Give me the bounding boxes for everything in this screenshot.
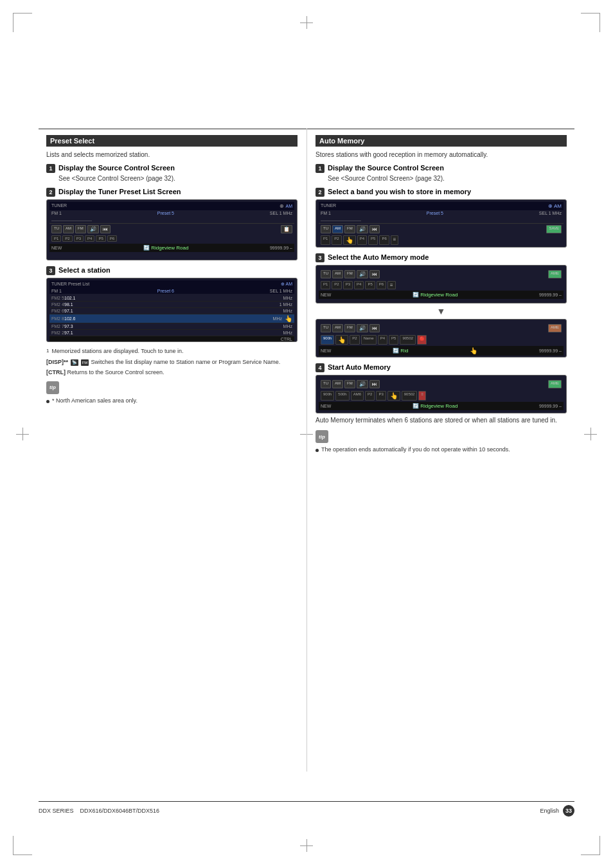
s3-px[interactable]: ≡ [387,281,396,289]
s4-fm-btn[interactable]: FM [344,380,355,388]
note-item-1: 1 Memorized stations are displayed. Touc… [46,347,298,356]
s3-tu-btn[interactable]: TU [321,270,331,278]
tu-btn[interactable]: TU [51,225,62,233]
auto-p5[interactable]: P5 [368,235,378,245]
plist-preset: Preset 6 [157,289,174,293]
plist-item-3[interactable]: FM2 6 97.1 MHz [49,308,294,314]
s3-am-btn[interactable]: AM [332,270,343,278]
s3-save-btn[interactable]: AME [548,270,562,278]
preset-select-desc: Lists and selects memorized station. [46,150,298,159]
prev-btn[interactable]: ⏮ [100,225,111,233]
auto-prev-btn[interactable]: ⏮ [369,225,380,233]
auto-mode-screen-2: TU AM FM 🔊 ⏮ AME 900h 👆 P2 Name P4 [315,319,567,357]
s3-p6[interactable]: P6 [377,281,386,289]
footer: DDX SERIES DDX616/DDX6046BT/DDX516 Engli… [39,801,574,817]
preset-p1[interactable]: P1 [51,235,61,242]
plist-item-5[interactable]: FM2 7 97.3 MHz [49,323,294,330]
auto-p3[interactable]: 👆 [343,235,356,245]
extra-btn[interactable]: 📋 [281,225,292,233]
am-step-title-1: Display the Source Control Screen [328,163,444,172]
tip-section-left: tip [46,381,298,396]
plist-item-2[interactable]: FM2 4 98.1 1 MHz [49,302,294,308]
vertical-divider [306,129,307,772]
tip-note-right: The operation ends automatically if you … [315,446,567,453]
s4-p6[interactable]: 👆 [387,391,400,401]
s3-prev-btn[interactable]: ⏮ [369,270,380,278]
am-step-number-1: 1 [315,164,324,173]
corner-mark-tl [13,13,32,32]
s3b-p1[interactable]: 900h [321,335,334,345]
plist-item-4[interactable]: FM2 8 102.6 MHz 👆 [49,314,294,323]
tip-icon-left: tip [46,381,59,394]
s4-am-btn[interactable]: AM [332,380,343,388]
auto-mode-screen-1: TU AM FM 🔊 ⏮ AME P1 P2 P3 P4 P5 [315,265,567,303]
s4-station: 🔄 Ridgeview Road [413,403,458,409]
auto-memory-header: Auto Memory [315,135,567,147]
auto-p2[interactable]: P2 [332,235,341,245]
s3b-am-btn[interactable]: AM [332,324,343,332]
auto-fm-btn[interactable]: FM [344,225,355,233]
fm-btn[interactable]: FM [75,225,86,233]
page-number: 33 [563,805,574,817]
preset-p4[interactable]: P4 [85,235,94,242]
s3-p1[interactable]: P1 [321,281,330,289]
s3-freq: 99999.99 – [539,293,562,297]
tuner-icons: ⊕ AM [280,203,292,209]
s3b-p4[interactable]: P4 [378,335,387,345]
s3-fm-btn[interactable]: FM [344,270,355,278]
s3b-tu-btn[interactable]: TU [321,324,331,332]
after-step4-text: Auto Memory terminates when 6 stations a… [315,416,567,425]
preset-p3[interactable]: P3 [74,235,84,242]
s4-ame-btn[interactable]: AME [548,380,562,388]
s4-p1[interactable]: 900h [321,391,334,401]
s3-p2[interactable]: P2 [332,281,341,289]
tip-section-right: tip [315,430,567,445]
am-btn[interactable]: AM [63,225,74,233]
s4-extra[interactable]: ≡ [418,391,426,401]
step-2: 2 Display the Tuner Preset List Screen T… [46,187,298,260]
s3b-audio-btn[interactable]: 🔊 [357,324,368,332]
preset-p6[interactable]: P6 [107,235,117,242]
s4-audio-btn[interactable]: 🔊 [357,380,368,388]
s3b-ame-btn[interactable]: AME [548,324,562,332]
auto-px[interactable]: ≡ [391,235,399,245]
s3-p3[interactable]: P3 [343,281,353,289]
am-step-1: 1 Display the Source Control Screen See … [315,163,567,182]
s3-p4[interactable]: P4 [354,281,364,289]
auto-tu-btn[interactable]: TU [321,225,331,233]
s3-audio-btn[interactable]: 🔊 [357,270,368,278]
preset-list-screen: TUNER Preset List ⊕ AM FM 1 Preset 6 SEL… [46,278,298,342]
preset-notes: 1 Memorized stations are displayed. Touc… [46,347,298,377]
step-1: 1 Display the Source Control Screen See … [46,163,298,182]
s3-p5[interactable]: P5 [365,281,375,289]
audio-btn[interactable]: 🔊 [87,225,99,233]
s4-p4[interactable]: P2 [365,391,375,401]
save-btn[interactable]: SAVE [546,225,562,233]
s3b-fm-btn[interactable]: FM [344,324,355,332]
preset-p5[interactable]: P5 [96,235,105,242]
s4-red[interactable]: 90502 [402,391,418,401]
s4-prev-btn[interactable]: ⏭ [369,380,380,388]
s4-tu-btn[interactable]: TU [321,380,331,388]
s4-p2[interactable]: 500h [335,391,349,401]
plist-item-1[interactable]: FM2 5 102.1 MHz [49,295,294,302]
auto-p6[interactable]: P6 [379,235,389,245]
auto-audio-btn[interactable]: 🔊 [357,225,368,233]
preset-p2[interactable]: P2 [62,235,72,242]
s3b-px[interactable]: 90502 [400,335,416,345]
s3b-name-btn[interactable]: Name [361,335,377,345]
auto-p1[interactable]: P1 [321,235,330,245]
s4-p3[interactable]: AM6 [351,391,364,401]
plist-icons: ⊕ AM [281,282,292,287]
auto-p4[interactable]: P4 [357,235,367,245]
s3b-p2[interactable]: 👆 [335,335,348,345]
plist-item-6[interactable]: FM2 2 97.1 MHz [49,330,294,336]
s3b-p3[interactable]: P2 [350,335,359,345]
auto-am-btn[interactable]: AM [332,225,343,233]
list-ctrl-btn[interactable]: CTRL [281,337,292,341]
corner-mark-bl [13,836,32,855]
s3b-p5[interactable]: P5 [389,335,398,345]
s3b-prev-btn[interactable]: ⏮ [369,324,380,332]
s3b-red[interactable]: 🔴 [417,335,427,345]
s4-p5[interactable]: P3 [376,391,386,401]
